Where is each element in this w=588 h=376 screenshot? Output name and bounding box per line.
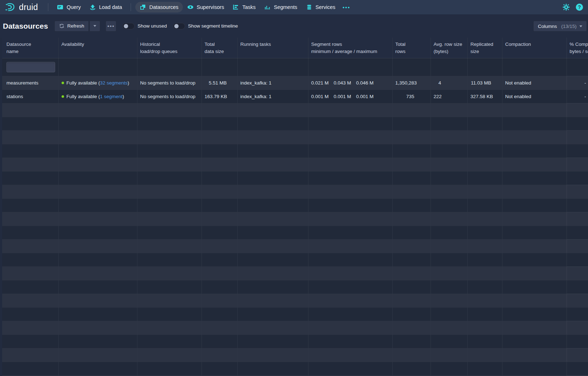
nav-item-load-data[interactable]: Load data: [85, 2, 127, 13]
table-row-empty: [2, 198, 588, 212]
query-icon: [57, 4, 63, 10]
nav-item-segments[interactable]: Segments: [260, 2, 301, 13]
toggle-label: Show segment timeline: [188, 23, 238, 29]
table-row-empty: [2, 239, 588, 253]
availability-cell: Fully available (1 segment): [58, 90, 137, 103]
refresh-icon: [59, 23, 64, 29]
columns-label: Columns: [538, 24, 557, 29]
services-database-icon: [306, 4, 312, 10]
segment-rows-cell: 0.001 M0.001 M0.001 M: [308, 90, 392, 103]
col-header-running-tasks[interactable]: Running tasks: [237, 38, 308, 58]
total-rows-cell: 1,350,283: [392, 76, 431, 90]
running-tasks-cell: index_kafka: 1: [237, 76, 308, 90]
table-row-empty: [2, 362, 588, 375]
table-row-empty: [2, 144, 588, 158]
compaction-cell: Not enabled: [502, 90, 567, 103]
help-icon[interactable]: ?: [576, 4, 583, 11]
table-header-row: Datasourcename Availability Historicallo…: [2, 38, 588, 58]
refresh-label: Refresh: [67, 23, 84, 29]
supervisors-eye-icon: [187, 4, 194, 10]
compaction-cell: Not enabled: [502, 76, 567, 90]
druid-logo-icon: [5, 2, 16, 13]
nav-item-label: Query: [67, 4, 81, 10]
load-drop-cell: No segments to load/drop: [137, 76, 201, 90]
nav-item-label: Supervisors: [197, 4, 224, 10]
table-row-empty: [2, 226, 588, 239]
datasource-name-filter-input[interactable]: [6, 62, 55, 72]
show-unused-toggle[interactable]: Show unused: [122, 23, 167, 29]
nav-more-button[interactable]: •••: [340, 2, 353, 13]
datasources-table: Datasourcename Availability Historicallo…: [2, 38, 588, 376]
table-row-empty: [2, 185, 588, 198]
table-filter-row: [2, 58, 588, 76]
availability-cell: Fully available (32 segments): [58, 76, 137, 90]
more-actions-button[interactable]: •••: [106, 21, 116, 32]
table-row-empty: [2, 321, 588, 334]
table-row-measurements: measurements Fully available (32 segment…: [2, 76, 588, 90]
toolbar: Datasources Refresh ••• Show unused Show…: [0, 14, 588, 38]
refresh-dropdown-button[interactable]: [89, 21, 100, 32]
col-header-datasource-name[interactable]: Datasourcename: [2, 38, 58, 58]
total-rows-cell: 735: [392, 90, 431, 103]
page-title: Datasources: [3, 22, 48, 30]
table-row-empty: [2, 280, 588, 294]
fully-available-dot: [62, 95, 64, 98]
segments-chart-icon: [264, 4, 271, 10]
replicated-size-cell: 11.03 MB: [467, 76, 502, 90]
avg-row-size-cell: 222: [431, 90, 467, 103]
datasource-name-cell[interactable]: stations: [2, 90, 58, 103]
toggle-switch[interactable]: [173, 23, 185, 29]
nav-item-query[interactable]: Query: [53, 2, 85, 13]
nav-item-label: Datasources: [149, 4, 178, 10]
refresh-button[interactable]: Refresh: [54, 21, 89, 32]
total-data-size-cell: 163.79 KB: [201, 90, 237, 103]
col-header-total-data-size[interactable]: Totaldata size: [201, 38, 237, 58]
load-data-icon: [89, 4, 96, 10]
load-drop-cell: No segments to load/drop: [137, 90, 201, 103]
total-data-size-cell: 5.51 MB: [201, 76, 237, 90]
chevron-down-icon: [93, 25, 96, 27]
segments-count-link[interactable]: 1 segment: [100, 94, 122, 99]
nav-divider: [131, 3, 131, 11]
chevron-down-icon: [579, 25, 582, 27]
refresh-button-group: Refresh: [54, 21, 100, 32]
table-row-empty: [2, 266, 588, 280]
settings-gear-icon[interactable]: [562, 3, 570, 11]
col-header-avg-row-size[interactable]: Avg. row size(bytes): [431, 38, 467, 58]
table-row-stations: stations Fully available (1 segment) No …: [2, 90, 588, 103]
table-row-empty: [2, 334, 588, 348]
toggle-knob: [174, 24, 179, 28]
columns-selector-button[interactable]: Columns(13/15): [533, 21, 587, 32]
pct-compacted-cell: -: [567, 90, 588, 103]
running-tasks-cell: index_kafka: 1: [237, 90, 308, 103]
segments-count-link[interactable]: 32 segments: [100, 80, 127, 86]
col-header-availability[interactable]: Availability: [58, 38, 137, 58]
toggle-knob: [124, 24, 128, 28]
col-header-pct-compacted[interactable]: % Compabytes / se: [567, 38, 588, 58]
nav-item-supervisors[interactable]: Supervisors: [183, 2, 229, 13]
show-segment-timeline-toggle[interactable]: Show segment timeline: [173, 23, 238, 29]
col-header-compaction[interactable]: Compaction: [502, 38, 567, 58]
table-row-empty: [2, 117, 588, 130]
datasources-icon: [140, 4, 146, 10]
brand-text: druid: [19, 3, 38, 12]
druid-logo[interactable]: druid: [5, 2, 38, 13]
toggle-switch[interactable]: [122, 23, 135, 29]
tasks-gantt-icon: [233, 4, 239, 10]
col-header-total-rows[interactable]: Totalrows: [392, 38, 431, 58]
nav-item-services[interactable]: Services: [302, 2, 340, 13]
table-row-empty: [2, 253, 588, 266]
nav-item-label: Services: [316, 4, 336, 10]
col-header-replicated-size[interactable]: Replicatedsize: [467, 38, 502, 58]
col-header-historical-queues[interactable]: Historicalload/drop queues: [137, 38, 201, 58]
col-header-segment-rows[interactable]: Segment rowsminimum / average / maximum: [308, 38, 392, 58]
table-row-empty: [2, 294, 588, 307]
nav-divider: [48, 3, 48, 11]
table-row-empty: [2, 130, 588, 144]
datasource-name-cell[interactable]: measurements: [2, 76, 58, 90]
table-row-empty: [2, 103, 588, 117]
nav-item-datasources[interactable]: Datasources: [135, 2, 183, 13]
fully-available-dot: [62, 82, 64, 84]
table-row-empty: [2, 307, 588, 321]
nav-item-tasks[interactable]: Tasks: [228, 2, 260, 13]
